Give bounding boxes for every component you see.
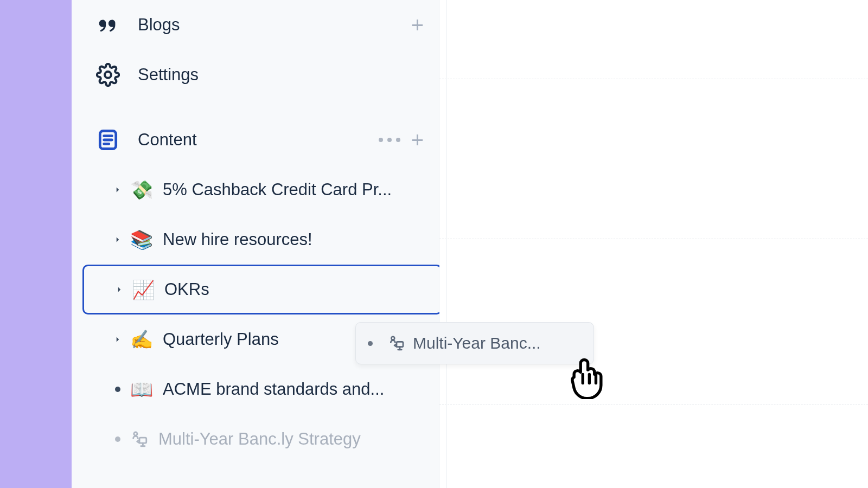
grid-line <box>439 79 868 79</box>
whiteboard-icon <box>388 335 405 352</box>
gear-icon <box>93 63 123 87</box>
bullet-icon <box>110 387 126 392</box>
sidebar-section-label: Content <box>138 130 379 150</box>
svg-point-5 <box>134 432 137 435</box>
books-emoji-icon: 📚 <box>130 229 153 251</box>
sidebar-item-okrs[interactable]: 📈 OKRs <box>82 265 442 314</box>
section-more-button[interactable] <box>379 138 400 142</box>
sidebar-item-settings[interactable]: Settings <box>72 50 439 100</box>
grab-cursor-icon <box>565 352 612 401</box>
chevron-right-icon[interactable] <box>110 235 126 245</box>
grid-line <box>439 404 868 404</box>
chart-emoji-icon: 📈 <box>132 279 155 300</box>
svg-point-7 <box>391 337 394 340</box>
drag-ghost-label: Multi-Year Banc... <box>413 334 541 352</box>
bullet-icon <box>368 341 373 346</box>
sidebar-item-acme-brand[interactable]: 📖 ACME brand standards and... <box>72 364 439 414</box>
app-root: Blogs + Settings Content + <box>0 0 868 488</box>
app-rail <box>0 0 72 488</box>
svg-point-0 <box>105 72 111 78</box>
chevron-right-icon[interactable] <box>111 285 127 294</box>
sidebar-item-cashback[interactable]: 💸 5% Cashback Credit Card Pr... <box>72 165 439 215</box>
sidebar-item-label: Settings <box>138 65 424 85</box>
chevron-right-icon[interactable] <box>110 185 126 195</box>
sidebar-item-label: Multi-Year Banc.ly Strategy <box>158 429 361 449</box>
sidebar-item-label: ACME brand standards and... <box>163 380 384 399</box>
sidebar-item-label: OKRs <box>164 280 209 299</box>
sidebar-item-multi-year-placeholder[interactable]: Multi-Year Banc.ly Strategy <box>72 414 439 464</box>
svg-rect-6 <box>139 438 146 443</box>
grid-line <box>446 0 446 488</box>
sidebar-section-content[interactable]: Content + <box>72 115 439 165</box>
sidebar-item-new-hire[interactable]: 📚 New hire resources! <box>72 215 439 265</box>
chevron-right-icon[interactable] <box>110 335 126 344</box>
section-add-button[interactable]: + <box>411 129 424 151</box>
main-content <box>439 0 868 488</box>
svg-rect-8 <box>397 342 403 346</box>
sidebar-item-label: New hire resources! <box>163 230 312 249</box>
open-book-emoji-icon: 📖 <box>130 378 153 400</box>
quote-icon <box>93 12 123 37</box>
sidebar-item-label: Blogs <box>138 15 411 35</box>
sidebar-item-blogs[interactable]: Blogs + <box>72 0 439 50</box>
sidebar-item-label: 5% Cashback Credit Card Pr... <box>163 180 392 200</box>
money-emoji-icon: 💸 <box>130 179 153 201</box>
sidebar-item-label: Quarterly Plans <box>163 330 279 349</box>
drag-ghost[interactable]: Multi-Year Banc... <box>355 322 594 364</box>
sidebar: Blogs + Settings Content + <box>72 0 439 488</box>
grid-line <box>439 239 868 239</box>
document-icon <box>93 128 123 152</box>
whiteboard-icon <box>130 430 149 448</box>
writing-emoji-icon: ✍️ <box>130 329 153 350</box>
add-blog-button[interactable]: + <box>411 14 424 36</box>
bullet-icon <box>110 436 126 442</box>
